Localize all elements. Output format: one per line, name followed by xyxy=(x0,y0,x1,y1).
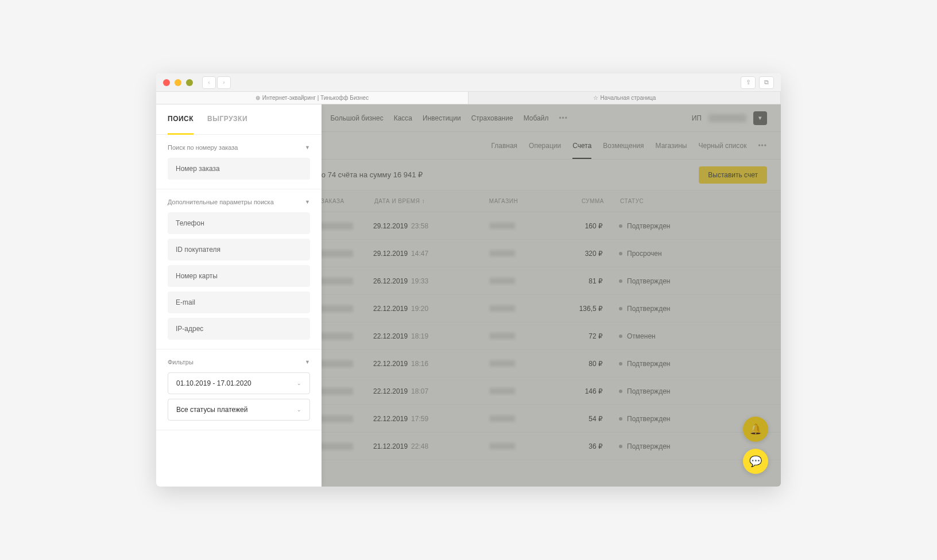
tab-favicon-icon: ☆ xyxy=(593,95,598,101)
chevron-down-icon: ▼ xyxy=(305,145,310,150)
order-number-input[interactable]: Номер заказа xyxy=(168,158,310,180)
section-header[interactable]: Дополнительные параметры поиска ▼ xyxy=(168,199,310,205)
section-header[interactable]: Поиск по номеру заказа ▼ xyxy=(168,144,310,151)
tab-favicon-icon: ⊛ xyxy=(255,95,260,101)
close-window-icon[interactable] xyxy=(163,79,170,86)
maximize-window-icon[interactable] xyxy=(186,79,193,86)
tab-title: Начальная страница xyxy=(601,95,656,101)
browser-tab-2[interactable]: ☆ Начальная страница xyxy=(468,92,781,104)
browser-chrome: ‹ › ⇪ ⧉ xyxy=(156,73,781,92)
chrome-right: ⇪ ⧉ xyxy=(741,76,774,89)
content-wrap: ⌬ ТИНЬКОФФ Банк Малый бизнес Большой биз… xyxy=(156,104,781,487)
section-header[interactable]: Фильтры ▼ xyxy=(168,359,310,365)
chevron-down-icon: ▼ xyxy=(305,359,310,365)
minimize-window-icon[interactable] xyxy=(175,79,181,86)
chat-icon: 💬 xyxy=(749,455,762,468)
share-icon[interactable]: ⇪ xyxy=(741,76,756,89)
panel-tabs: ПОИСК ВЫГРУЗКИ xyxy=(156,104,322,135)
back-button[interactable]: ‹ xyxy=(202,76,216,89)
tab-title: Интернет-эквайринг | Тинькофф Бизнес xyxy=(262,95,369,101)
customer-id-input[interactable]: ID покупателя xyxy=(168,239,310,260)
traffic-lights xyxy=(163,79,193,86)
fab-container: 🔔 💬 xyxy=(743,417,768,474)
additional-params-section: Дополнительные параметры поиска ▼ Телефо… xyxy=(156,189,322,349)
status-filter-select[interactable]: Все статусы платежей ⌄ xyxy=(168,399,310,421)
tab-bar: ⊛ Интернет-эквайринг | Тинькофф Бизнес ☆… xyxy=(156,92,781,104)
browser-window: ‹ › ⇪ ⧉ ⊛ Интернет-эквайринг | Тинькофф … xyxy=(156,73,781,487)
section-title: Дополнительные параметры поиска xyxy=(168,199,274,205)
date-range-value: 01.10.2019 - 17.01.2020 xyxy=(176,379,251,387)
chevron-down-icon: ⌄ xyxy=(297,380,301,386)
email-input[interactable]: E-mail xyxy=(168,291,310,313)
search-panel: ПОИСК ВЫГРУЗКИ Поиск по номеру заказа ▼ … xyxy=(156,104,322,487)
tab-exports[interactable]: ВЫГРУЗКИ xyxy=(207,104,247,134)
browser-tab-1[interactable]: ⊛ Интернет-эквайринг | Тинькофф Бизнес xyxy=(156,92,468,104)
status-filter-value: Все статусы платежей xyxy=(176,406,247,414)
tabs-icon[interactable]: ⧉ xyxy=(759,76,774,89)
phone-input[interactable]: Телефон xyxy=(168,212,310,234)
chevron-down-icon: ▼ xyxy=(305,199,310,205)
forward-button[interactable]: › xyxy=(217,76,231,89)
search-by-order-section: Поиск по номеру заказа ▼ Номер заказа xyxy=(156,135,322,189)
section-title: Поиск по номеру заказа xyxy=(168,144,238,151)
chat-fab[interactable]: 💬 xyxy=(743,449,768,474)
tab-search[interactable]: ПОИСК xyxy=(168,104,193,135)
nav-buttons: ‹ › xyxy=(202,76,231,89)
ip-address-input[interactable]: IP-адрес xyxy=(168,318,310,340)
section-title: Фильтры xyxy=(168,359,193,365)
notifications-fab[interactable]: 🔔 xyxy=(743,417,768,442)
chevron-down-icon: ⌄ xyxy=(297,407,301,413)
bell-icon: 🔔 xyxy=(749,423,762,435)
filters-section: Фильтры ▼ 01.10.2019 - 17.01.2020 ⌄ Все … xyxy=(156,349,322,430)
card-number-input[interactable]: Номер карты xyxy=(168,265,310,287)
date-range-select[interactable]: 01.10.2019 - 17.01.2020 ⌄ xyxy=(168,372,310,394)
